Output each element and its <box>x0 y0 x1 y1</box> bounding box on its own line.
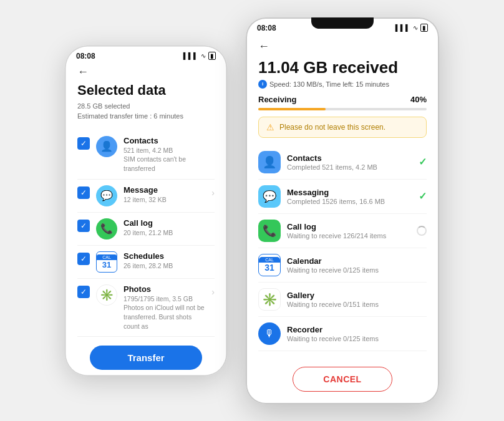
calllog-name: Call log <box>124 218 215 228</box>
calendar-text: Calendar Waiting to receive 0/125 items <box>287 256 427 274</box>
right-phone: 08:08 ▌▌▌ ∿ ▮ ← 11.04 GB received i Spee… <box>246 17 439 404</box>
right-back-button[interactable]: ← <box>258 40 427 53</box>
list-item: 🎙 Recorder Waiting to receive 0/125 item… <box>258 317 427 351</box>
schedules-icon: CAL 31 <box>96 251 117 273</box>
list-item: 👤 Contacts Completed 521 items, 4.2 MB ✓ <box>258 145 427 180</box>
recorder-icon: 🎙 <box>258 322 281 345</box>
item-name: Contacts <box>287 153 412 163</box>
photos-text: Photos 1795/1795 item, 3.5 GBPhotos on i… <box>124 284 205 331</box>
left-content: ← Selected data 28.5 GB selected Estimat… <box>65 63 227 376</box>
page-title: Selected data <box>77 82 215 99</box>
signal-icon: ▌▌▌ <box>183 52 198 59</box>
chevron-icon: › <box>211 287 215 297</box>
item-name: Calendar <box>287 256 427 266</box>
speed-text: Speed: 130 MB/s, Time left: 15 minutes <box>269 80 389 88</box>
cancel-row: CANCEL <box>258 361 427 394</box>
spinner-icon <box>417 226 427 236</box>
warning-text: Please do not leave this screen. <box>279 123 385 132</box>
chevron-icon: › <box>211 188 215 198</box>
transfer-button[interactable]: Transfer <box>90 346 202 370</box>
checkbox-schedules[interactable]: ✓ <box>77 253 90 265</box>
calllog-text: Call log Waiting to receive 126/214 item… <box>287 222 410 240</box>
left-status-bar: 08:08 ▌▌▌ ∿ ▮ <box>65 46 227 63</box>
warning-box: ⚠ Please do not leave this screen. <box>258 117 427 138</box>
call-icon: 📞 <box>96 218 117 240</box>
contacts-name: Contacts <box>124 136 215 145</box>
wifi-icon: ∿ <box>201 52 206 59</box>
list-item[interactable]: ✓ 💬 Message 12 item, 32 KB › <box>77 180 215 213</box>
calendar-icon: CAL 31 <box>258 254 281 276</box>
list-item: 💬 Messaging Completed 1526 items, 16.6 M… <box>258 180 427 214</box>
checkbox-message[interactable]: ✓ <box>77 186 90 199</box>
selected-size: 28.5 GB selected <box>77 101 215 112</box>
check-icon: ✓ <box>419 156 427 168</box>
call-icon: 📞 <box>258 220 281 242</box>
schedules-detail: 26 item, 28.2 MB <box>124 261 215 271</box>
checkbox-contacts[interactable]: ✓ <box>77 137 90 150</box>
item-status: Waiting to receive 0/151 items <box>287 301 427 308</box>
progress-bar-fill <box>258 108 326 110</box>
wifi-icon: ∿ <box>413 24 418 31</box>
message-text: Message 12 item, 32 KB <box>124 185 205 205</box>
left-back-button[interactable]: ← <box>77 65 215 79</box>
photos-detail: 1795/1795 item, 3.5 GBPhotos on iCloud w… <box>124 294 205 331</box>
gallery-icon: ✳️ <box>258 288 281 311</box>
recorder-text: Recorder Waiting to receive 0/125 items <box>287 325 427 342</box>
battery-icon: ▮ <box>208 52 216 60</box>
message-name: Message <box>124 185 205 195</box>
data-list: ✓ 👤 Contacts 521 item, 4.2 MBSIM contact… <box>77 130 215 337</box>
estimated-time: Estimated transfer time : 6 minutes <box>77 111 215 122</box>
gallery-text: Gallery Waiting to receive 0/151 items <box>287 291 427 308</box>
item-name: Call log <box>287 222 410 231</box>
list-item[interactable]: ✓ ✳️ Photos 1795/1795 item, 3.5 GBPhotos… <box>77 279 215 337</box>
photos-name: Photos <box>124 284 205 294</box>
message-icon: 💬 <box>96 185 117 206</box>
warning-icon: ⚠ <box>266 122 274 132</box>
cancel-button[interactable]: CANCEL <box>293 367 392 392</box>
message-icon: 💬 <box>258 185 281 208</box>
list-item: CAL 31 Calendar Waiting to receive 0/125… <box>258 248 427 283</box>
list-item[interactable]: ✓ 📞 Call log 20 item, 21.2 MB <box>77 213 215 246</box>
check-icon: ✓ <box>419 190 427 202</box>
checkbox-calllog[interactable]: ✓ <box>77 220 90 232</box>
contacts-text: Contacts 521 item, 4.2 MBSIM contacts ca… <box>124 136 215 173</box>
receive-list: 👤 Contacts Completed 521 items, 4.2 MB ✓… <box>258 145 427 361</box>
speed-icon: i <box>258 80 267 89</box>
right-content: ← 11.04 GB received i Speed: 130 MB/s, T… <box>246 36 439 404</box>
item-status: Completed 521 items, 4.2 MB <box>287 163 412 171</box>
item-name: Recorder <box>287 325 427 334</box>
received-title: 11.04 GB received <box>258 58 427 77</box>
progress-pct: 40% <box>410 95 427 104</box>
contacts-text: Contacts Completed 521 items, 4.2 MB <box>287 153 412 171</box>
speed-line: i Speed: 130 MB/s, Time left: 15 minutes <box>258 80 427 89</box>
right-time: 08:08 <box>257 24 276 32</box>
item-status: Completed 1526 items, 16.6 MB <box>287 198 412 205</box>
progress-label: Receiving <box>258 95 296 104</box>
item-name: Gallery <box>287 291 427 300</box>
contacts-icon: 👤 <box>258 151 281 173</box>
list-item: ✳️ Gallery Waiting to receive 0/151 item… <box>258 283 427 317</box>
message-detail: 12 item, 32 KB <box>124 195 205 205</box>
photos-icon: ✳️ <box>96 284 117 306</box>
contacts-icon: 👤 <box>96 136 117 157</box>
left-phone: 08:08 ▌▌▌ ∿ ▮ ← Selected data 28.5 GB se… <box>65 46 227 376</box>
messaging-text: Messaging Completed 1526 items, 16.6 MB <box>287 188 412 205</box>
progress-row: Receiving 40% <box>258 95 427 104</box>
calllog-text: Call log 20 item, 21.2 MB <box>124 218 215 238</box>
checkbox-photos[interactable]: ✓ <box>77 286 90 298</box>
schedules-name: Schedules <box>124 251 215 261</box>
calllog-detail: 20 item, 21.2 MB <box>124 228 215 238</box>
item-status: Waiting to receive 0/125 items <box>287 266 427 274</box>
progress-bar-bg <box>258 108 427 110</box>
item-status: Waiting to receive 0/125 items <box>287 335 427 342</box>
signal-icon: ▌▌▌ <box>395 24 410 31</box>
item-status: Waiting to receive 126/214 items <box>287 232 410 240</box>
right-status-icons: ▌▌▌ ∿ ▮ <box>395 24 428 32</box>
list-item[interactable]: ✓ CAL 31 Schedules 26 item, 28.2 MB <box>77 246 215 279</box>
list-item[interactable]: ✓ 👤 Contacts 521 item, 4.2 MBSIM contact… <box>77 130 215 180</box>
left-status-icons: ▌▌▌ ∿ ▮ <box>183 52 216 60</box>
schedules-text: Schedules 26 item, 28.2 MB <box>124 251 215 271</box>
left-time: 08:08 <box>76 52 95 60</box>
right-status-bar: 08:08 ▌▌▌ ∿ ▮ <box>246 17 439 36</box>
list-item: 📞 Call log Waiting to receive 126/214 it… <box>258 214 427 248</box>
